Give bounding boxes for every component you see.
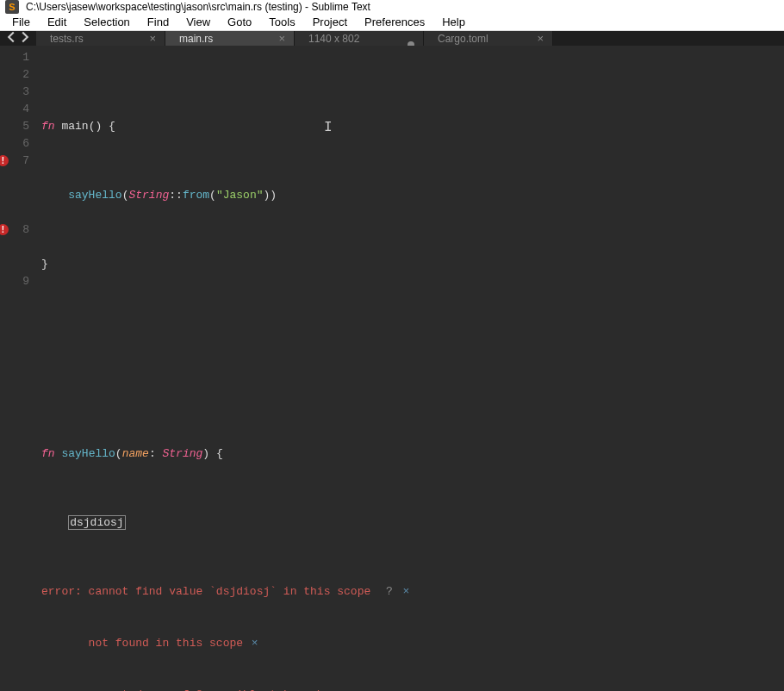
line-number: 7	[0, 153, 29, 170]
menu-view[interactable]: View	[177, 14, 219, 30]
menu-file[interactable]: File	[3, 14, 39, 30]
code-line: fn sayHello(name: String) {	[41, 445, 784, 463]
inline-error: expected one of 8 possible tokens here ×	[41, 687, 784, 691]
tab-history-back-icon[interactable]	[5, 31, 17, 46]
code-line: dsjdiosj	[41, 514, 784, 532]
line-number	[0, 187, 29, 204]
code-line	[41, 377, 784, 394]
line-number: 1	[0, 49, 29, 66]
close-icon[interactable]: ×	[278, 33, 285, 44]
error-dismiss-icon[interactable]: ×	[250, 637, 260, 650]
error-help-icon[interactable]: ?	[384, 585, 395, 598]
line-number: 6	[0, 135, 29, 153]
line-number: 3	[0, 84, 29, 101]
menu-selection[interactable]: Selection	[75, 14, 138, 30]
tab-label: 1140 x 802	[308, 33, 359, 45]
app-icon	[5, 0, 19, 14]
line-number: 4	[0, 101, 29, 118]
tab-untitled[interactable]: 1140 x 802	[295, 31, 424, 46]
inline-error: not found in this scope ×	[41, 635, 784, 652]
inline-error: error: cannot find value `dsjdiosj` in t…	[41, 583, 784, 601]
menubar: File Edit Selection Find View Goto Tools…	[0, 14, 784, 31]
error-dismiss-icon[interactable]: ×	[401, 585, 412, 598]
line-number: 5	[0, 118, 29, 135]
editor[interactable]: 1 2 3 4 5 6 7 8 9 I fn main() { sayHello…	[0, 46, 784, 691]
tab-label: main.rs	[179, 33, 213, 45]
tab-nav	[0, 31, 36, 46]
code-line: fn main() {	[41, 118, 784, 135]
code-line: sayHello(String::from("Jason"))	[41, 187, 784, 204]
code-line	[41, 325, 784, 342]
line-number: 9	[0, 273, 29, 290]
error-token: dsjdiosj	[68, 515, 125, 530]
error-icon[interactable]	[0, 155, 9, 166]
tab-tests[interactable]: tests.rs ×	[36, 31, 165, 46]
close-icon[interactable]: ×	[149, 33, 156, 44]
menu-goto[interactable]: Goto	[219, 14, 260, 30]
menu-help[interactable]: Help	[433, 14, 474, 30]
close-icon[interactable]: ×	[537, 33, 544, 44]
tabbar: tests.rs × main.rs × 1140 x 802 Cargo.to…	[0, 31, 784, 46]
line-number	[0, 204, 29, 221]
menu-find[interactable]: Find	[139, 14, 177, 30]
tab-label: tests.rs	[50, 33, 84, 45]
line-number	[0, 256, 29, 273]
error-icon[interactable]	[0, 224, 9, 235]
line-number	[0, 239, 29, 256]
code-line: }	[41, 256, 784, 273]
tab-cargo[interactable]: Cargo.toml ×	[424, 31, 553, 46]
menu-project[interactable]: Project	[304, 14, 356, 30]
menu-tools[interactable]: Tools	[260, 14, 303, 30]
line-number	[0, 170, 29, 187]
tab-main[interactable]: main.rs ×	[165, 31, 295, 46]
code-area[interactable]: I fn main() { sayHello(String::from("Jas…	[36, 46, 784, 691]
titlebar: C:\Users\jasew\workspace\testing\jason\s…	[0, 0, 784, 14]
window-title: C:\Users\jasew\workspace\testing\jason\s…	[26, 1, 370, 13]
tab-label: Cargo.toml	[438, 33, 488, 45]
line-number: 8	[0, 221, 29, 239]
tab-history-forward-icon[interactable]	[19, 31, 31, 46]
menu-edit[interactable]: Edit	[39, 14, 75, 30]
gutter: 1 2 3 4 5 6 7 8 9	[0, 46, 36, 691]
line-number: 2	[0, 66, 29, 84]
menu-preferences[interactable]: Preferences	[356, 14, 433, 30]
